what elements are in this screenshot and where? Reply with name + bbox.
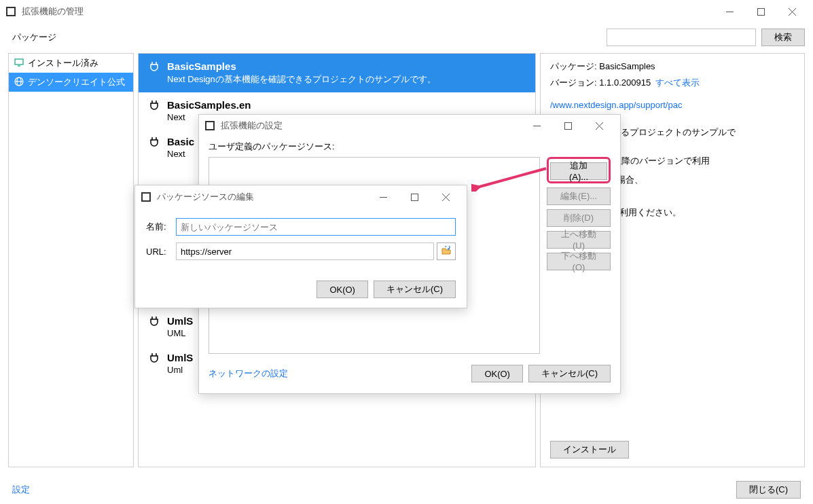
folder-icon bbox=[441, 246, 451, 257]
edit-source-dialog: パッケージソースの編集 名前: URL: OK(O) キャンセル(C) bbox=[134, 185, 467, 308]
edit-ok-button[interactable]: OK(O) bbox=[317, 281, 368, 298]
package-title: BasicSamples.en bbox=[167, 99, 251, 111]
close-icon[interactable] bbox=[430, 187, 461, 207]
search-label: パッケージ bbox=[12, 31, 56, 43]
name-label: 名前: bbox=[146, 221, 176, 233]
package-desc: Next Designの基本機能を確認できるプロジェクトのサンプルです。 bbox=[167, 73, 436, 86]
package-desc: UML bbox=[167, 328, 193, 338]
svg-rect-12 bbox=[206, 122, 213, 129]
support-url[interactable]: /www.nextdesign.app/support/pac bbox=[550, 100, 795, 110]
settings-cancel-button[interactable]: キャンセル(C) bbox=[528, 365, 611, 382]
settings-titlebar: 拡張機能の設定 bbox=[199, 115, 620, 137]
plug-icon bbox=[148, 136, 160, 159]
app-icon bbox=[204, 120, 215, 131]
svg-rect-19 bbox=[143, 194, 149, 200]
package-desc: Uml bbox=[167, 365, 193, 375]
detail-version: バージョン: 1.1.0.200915 すべて表示 bbox=[550, 77, 795, 89]
main-title: 拡張機能の管理 bbox=[22, 5, 714, 18]
search-input[interactable] bbox=[607, 29, 756, 46]
network-settings-link[interactable]: ネットワークの設定 bbox=[209, 367, 471, 380]
svg-rect-21 bbox=[411, 194, 418, 200]
plug-icon bbox=[148, 315, 160, 338]
monitor-icon bbox=[14, 58, 24, 69]
close-button[interactable]: 閉じる(C) bbox=[736, 481, 801, 499]
close-icon[interactable] bbox=[776, 1, 808, 22]
package-desc: Next bbox=[167, 149, 194, 159]
edit-cancel-button[interactable]: キャンセル(C) bbox=[374, 281, 456, 298]
app-icon bbox=[5, 6, 16, 17]
name-input[interactable] bbox=[176, 218, 456, 236]
globe-icon bbox=[14, 77, 24, 88]
plug-icon bbox=[148, 352, 160, 375]
source-item-label: デンソークリエイト公式 bbox=[28, 76, 125, 88]
edit-title: パッケージソースの編集 bbox=[157, 191, 367, 203]
maximize-icon[interactable] bbox=[399, 187, 430, 207]
install-button[interactable]: インストール bbox=[550, 441, 629, 458]
main-footer: 設定 閉じる(C) bbox=[0, 475, 813, 504]
edit-titlebar: パッケージソースの編集 bbox=[135, 185, 467, 209]
detail-package: パッケージ: BasicSamples bbox=[550, 60, 795, 73]
package-title: BasicSamples bbox=[167, 60, 436, 72]
source-list: インストール済み デンソークリエイト公式 bbox=[8, 53, 134, 467]
sources-label: ユーザ定義のパッケージソース: bbox=[209, 141, 611, 153]
svg-rect-1 bbox=[7, 8, 14, 15]
close-icon[interactable] bbox=[583, 115, 615, 136]
svg-rect-6 bbox=[15, 59, 23, 65]
minimize-icon[interactable] bbox=[367, 187, 399, 207]
settings-title: 拡張機能の設定 bbox=[221, 120, 521, 132]
maximize-icon[interactable] bbox=[552, 115, 583, 136]
minimize-icon[interactable] bbox=[521, 115, 552, 136]
url-input[interactable] bbox=[176, 242, 434, 260]
source-item-official[interactable]: デンソークリエイト公式 bbox=[9, 73, 133, 92]
source-item-label: インストール済み bbox=[28, 57, 98, 69]
settings-link[interactable]: 設定 bbox=[12, 484, 30, 496]
url-label: URL: bbox=[146, 247, 176, 257]
browse-button[interactable] bbox=[437, 242, 456, 260]
minimize-icon[interactable] bbox=[714, 1, 745, 22]
add-button-highlight: 追加(A)... bbox=[547, 157, 611, 183]
package-title: Basic bbox=[167, 136, 194, 147]
settings-ok-button[interactable]: OK(O) bbox=[471, 365, 523, 382]
move-down-button[interactable]: 下へ移動(O) bbox=[547, 253, 611, 270]
delete-button[interactable]: 削除(D) bbox=[547, 209, 611, 227]
edit-button[interactable]: 編集(E)... bbox=[547, 187, 611, 205]
package-title: UmlS bbox=[167, 352, 193, 363]
package-row-selected[interactable]: BasicSamples Next Designの基本機能を確認できるプロジェク… bbox=[139, 54, 535, 92]
add-button[interactable]: 追加(A)... bbox=[550, 162, 607, 180]
source-item-installed[interactable]: インストール済み bbox=[9, 54, 133, 73]
main-titlebar: 拡張機能の管理 bbox=[0, 0, 813, 23]
package-title: UmlS bbox=[167, 315, 193, 327]
move-up-button[interactable]: 上へ移動(U) bbox=[547, 231, 611, 249]
svg-rect-3 bbox=[757, 8, 764, 15]
plug-icon bbox=[148, 60, 160, 86]
svg-rect-14 bbox=[564, 122, 571, 129]
search-button[interactable]: 検索 bbox=[761, 29, 805, 46]
show-all-link[interactable]: すべて表示 bbox=[655, 77, 700, 88]
maximize-icon[interactable] bbox=[745, 1, 776, 22]
search-row: パッケージ 検索 bbox=[0, 23, 813, 53]
app-icon bbox=[141, 192, 151, 202]
plug-icon bbox=[148, 99, 160, 122]
